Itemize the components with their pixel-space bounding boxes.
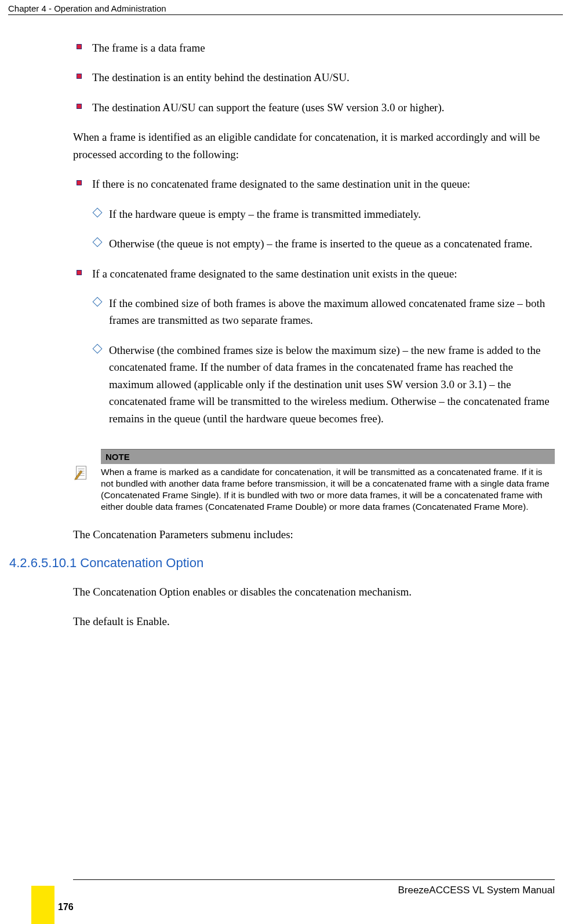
footer-divider [73,879,555,880]
square-bullet-icon [77,44,82,49]
note-block: NOTE When a frame is marked as a candida… [73,449,555,513]
bullet-text: If the hardware queue is empty – the fra… [109,206,555,222]
diamond-bullet-icon [93,297,103,306]
paragraph: When a frame is identified as an eligibl… [73,129,555,163]
list-item: If the combined size of both frames is a… [94,295,555,329]
sub-list: If the hardware queue is empty – the fra… [94,206,555,253]
note-body: NOTE When a frame is marked as a candida… [101,449,555,513]
list-item: If there is no concatenated frame design… [73,176,555,192]
note-text: When a frame is marked as a candidate fo… [101,464,555,513]
diamond-bullet-icon [93,207,103,217]
sub-list: If the combined size of both frames is a… [94,295,555,427]
bullet-text: If there is no concatenated frame design… [92,176,555,192]
list-item: If the hardware queue is empty – the fra… [94,206,555,222]
chapter-label: Chapter 4 - Operation and Administration [8,3,166,13]
bullet-text: If the combined size of both frames is a… [109,295,555,329]
note-title: NOTE [101,449,555,464]
page-number: 176 [58,902,74,912]
square-bullet-icon [77,74,82,79]
diamond-bullet-icon [93,344,103,353]
diamond-bullet-icon [93,238,103,247]
note-icon [73,449,101,513]
list-item: Otherwise (the queue is not empty) – the… [94,235,555,252]
paragraph: The Concatenation Parameters submenu inc… [73,526,555,543]
bullet-text: The destination AU/SU can support the fe… [92,99,555,116]
list-item: The destination AU/SU can support the fe… [73,99,555,116]
footer-manual-title: BreezeACCESS VL System Manual [398,885,555,896]
list-item: The destination is an entity behind the … [73,69,555,86]
page-tab-marker [31,886,54,924]
bullet-text: The frame is a data frame [92,39,555,56]
paragraph: The default is Enable. [73,613,555,630]
square-bullet-icon [77,180,82,185]
list-item: If a concatenated frame designated to th… [73,265,555,282]
bullet-text: Otherwise (the combined frames size is b… [109,342,555,427]
page-header: Chapter 4 - Operation and Administration [8,3,563,15]
section-heading: 4.2.6.5.10.1 Concatenation Option [0,556,555,571]
bullet-text: Otherwise (the queue is not empty) – the… [109,235,555,252]
list-item: Otherwise (the combined frames size is b… [94,342,555,427]
square-bullet-icon [77,270,82,275]
paragraph: The Concatenation Option enables or disa… [73,583,555,600]
bullet-text: The destination is an entity behind the … [92,69,555,86]
list-item: The frame is a data frame [73,39,555,56]
page-content: The frame is a data frame The destinatio… [73,29,555,643]
bullet-text: If a concatenated frame designated to th… [92,265,555,282]
square-bullet-icon [77,104,82,109]
